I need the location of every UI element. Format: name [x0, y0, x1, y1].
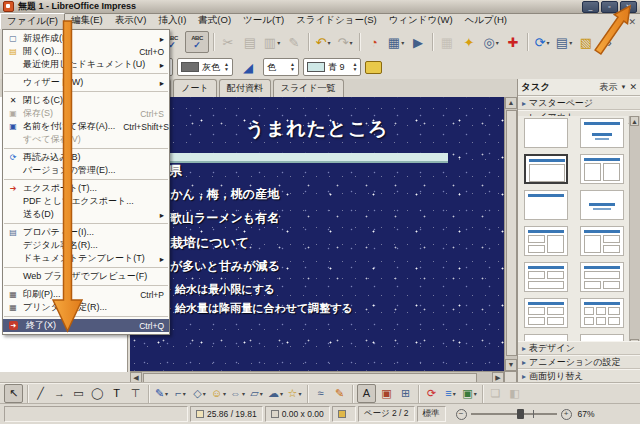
export-menu-item[interactable]: ➔エクスポート(T)... [3, 182, 169, 195]
cut-icon[interactable]: ✂ [218, 32, 238, 52]
auto-spellcheck-icon[interactable]: ABC✓ [185, 31, 209, 53]
view-tab[interactable]: 配付資料 [219, 79, 271, 97]
properties-menu-item[interactable]: ▤プロパティー(I)... [3, 226, 169, 239]
help-icon[interactable]: ✚ [503, 32, 523, 52]
menu-item[interactable]: ファイル(F) [0, 13, 65, 30]
file-menu-item[interactable]: ウィザード(W)▸ [3, 76, 169, 89]
menu-item[interactable]: スライドショー(S) [290, 13, 383, 30]
scroll-down-icon[interactable]: ▼ [505, 359, 517, 371]
alignment-icon[interactable]: ≡▾ [442, 385, 459, 402]
exit-menu-item[interactable]: ➜終了(X)Ctrl+Q [3, 319, 169, 332]
copy-icon[interactable]: ▤ [240, 32, 260, 52]
from-file-icon[interactable]: ▣ [378, 385, 395, 402]
shadow-color-button[interactable] [365, 61, 382, 74]
table-icon[interactable]: ▦▾ [386, 32, 406, 52]
rectangle-icon[interactable]: ▭ [70, 385, 87, 402]
layout-thumbnail-title-2left-1right[interactable] [524, 226, 568, 256]
line-icon[interactable]: ╱ [32, 385, 49, 402]
block-arrows-icon[interactable]: ⇔▾ [229, 385, 246, 402]
connector-icon[interactable]: ⌐▾ [172, 385, 189, 402]
zoom-slider[interactable] [471, 413, 557, 415]
shadow-icon[interactable]: ❏ [487, 385, 504, 402]
vertical-scroll-thumb[interactable] [506, 110, 517, 356]
layout-thumbnail-title-sub[interactable] [580, 118, 624, 148]
curve-icon[interactable]: ✎▾ [153, 385, 170, 402]
file-menu-item[interactable]: 最近使用したドキュメント(U)▸ [3, 58, 169, 71]
paste-icon[interactable]: ▥▾ [262, 32, 282, 52]
undo-icon[interactable]: ↶▾ [313, 32, 333, 52]
section-アニメーションの設定[interactable]: ▸アニメーションの設定 [518, 355, 640, 369]
slide-title[interactable]: うまれたところ [130, 116, 504, 142]
file-menu-item[interactable]: Web ブラウザでプレビュー(F) [3, 270, 169, 283]
extrusion-icon[interactable]: ◧ [506, 385, 523, 402]
menu-item[interactable]: 書式(O) [192, 13, 237, 30]
section-画面切り替え[interactable]: ▸画面切り替え [518, 369, 640, 383]
format-paintbrush-icon[interactable]: ✎ [284, 32, 304, 52]
layout-thumbnail-title-2col[interactable] [580, 154, 624, 184]
grid-icon[interactable]: ▦ [437, 32, 457, 52]
minimize-button[interactable]: _ [582, 1, 599, 13]
zoom-icon[interactable]: ◎▾ [481, 32, 501, 52]
layout-scrollbar[interactable]: ▲ ▼ [629, 116, 640, 349]
view-tab[interactable]: スライド一覧 [273, 79, 344, 97]
file-menu-item[interactable]: デジタル署名(R)... [3, 239, 169, 252]
layout-thumbnail-center-text[interactable] [580, 190, 624, 220]
vertical-scrollbar[interactable]: ▲ ▼ [504, 97, 517, 371]
line-color-select[interactable]: 灰色 ▲▼ [177, 58, 233, 76]
close-document-menu-item[interactable]: ✕閉じる(C) [3, 94, 169, 107]
slide-text-line[interactable]: ・水が多いと甘みが減る [144, 259, 500, 273]
basic-shapes-icon[interactable]: ◇▾ [191, 385, 208, 402]
chart-icon[interactable]: ◔ [364, 32, 384, 52]
file-menu-item[interactable]: すべて保存(V) [3, 133, 169, 146]
slide-text-line[interactable]: －給水は最小限にする [162, 283, 500, 296]
vertical-text-icon[interactable]: ⊤ [127, 385, 144, 402]
file-menu-item[interactable]: PDF としてエクスポート... [3, 195, 169, 208]
layout-thumbnail-blank[interactable] [524, 118, 568, 148]
layout-thumbnail-title-only[interactable] [524, 190, 568, 220]
layout-thumbnail-title-1left-2right[interactable] [580, 226, 624, 256]
select-icon[interactable]: ↖ [4, 384, 23, 403]
zoom-slider-thumb[interactable] [517, 409, 524, 419]
arrange-icon[interactable]: ▣▾ [461, 385, 478, 402]
layout-thumbnail-title-6content[interactable] [580, 298, 624, 328]
toolbar-overflow-icon[interactable]: » [598, 32, 618, 52]
open-menu-item[interactable]: ▤開く(O)...Ctrl+O [3, 45, 169, 58]
slide-text-line[interactable]: －給水量は降雨量に合わせて調整する [162, 302, 500, 315]
status-style[interactable]: 標準 [417, 406, 446, 422]
layout-scroll-up-icon[interactable]: ▲ [630, 116, 639, 126]
layout-thumbnail-title-2top-1bottom[interactable] [524, 262, 568, 292]
file-menu-item[interactable]: 送る(D)▸ [3, 208, 169, 221]
menu-item[interactable]: 挿入(I) [152, 13, 192, 30]
menu-item[interactable]: ヘルプ(H) [459, 13, 513, 30]
print-menu-item[interactable]: ▦印刷(P)...Ctrl+P [3, 288, 169, 301]
slide-layout-icon[interactable]: ▤▾ [554, 32, 574, 52]
slide-divider-bar[interactable] [130, 153, 448, 163]
horizontal-scrollbar[interactable]: ◀ ▶ [130, 371, 504, 383]
layout-thumbnail-title-1top-2bottom[interactable] [580, 262, 624, 292]
section-master-pages[interactable]: ▸ マスターページ [518, 96, 640, 110]
redo-icon[interactable]: ↷▾ [335, 32, 355, 52]
slide-body-text[interactable]: 和歌山県・みかん，梅，桃の産地・和歌山ラーメンも有名みかん栽培について・水が多い… [130, 163, 500, 321]
file-menu-item[interactable]: ドキュメントテンプレート(T)▸ [3, 252, 169, 265]
tasks-close-icon[interactable]: ✕ [629, 82, 637, 92]
gallery-icon[interactable]: ⊞ [397, 385, 414, 402]
slide-text-line[interactable]: 和歌山県 [130, 163, 500, 178]
menu-item[interactable]: 編集(E) [65, 13, 109, 30]
rotate-icon[interactable]: ⟳ [423, 385, 440, 402]
scroll-left-icon[interactable]: ◀ [130, 372, 142, 383]
symbol-shapes-icon[interactable]: ☺▾ [210, 385, 227, 402]
slide-text-line[interactable]: ・和歌山ラーメンも有名 [144, 211, 500, 225]
slide-text-line[interactable]: ・みかん，梅，桃の産地 [144, 187, 500, 201]
zoom-percent[interactable]: 67% [578, 409, 595, 419]
close-button[interactable]: ✕ [620, 1, 637, 13]
edit-points-icon[interactable]: ✎ [331, 385, 348, 402]
stars-icon[interactable]: ☆▾ [286, 385, 303, 402]
chevron-down-icon[interactable]: ▼ [621, 84, 627, 90]
tasks-view-menu[interactable]: 表示 [600, 81, 618, 94]
flowchart-icon[interactable]: ▱▾ [248, 385, 265, 402]
save-menu-item[interactable]: ▣保存(S)Ctrl+S [3, 107, 169, 120]
horizontal-scroll-thumb[interactable] [143, 373, 477, 383]
menu-item[interactable]: 表示(V) [109, 13, 153, 30]
fill-color-select[interactable]: 青 9 ▲▼ [303, 58, 361, 76]
fontwork-icon[interactable]: A [357, 384, 376, 403]
